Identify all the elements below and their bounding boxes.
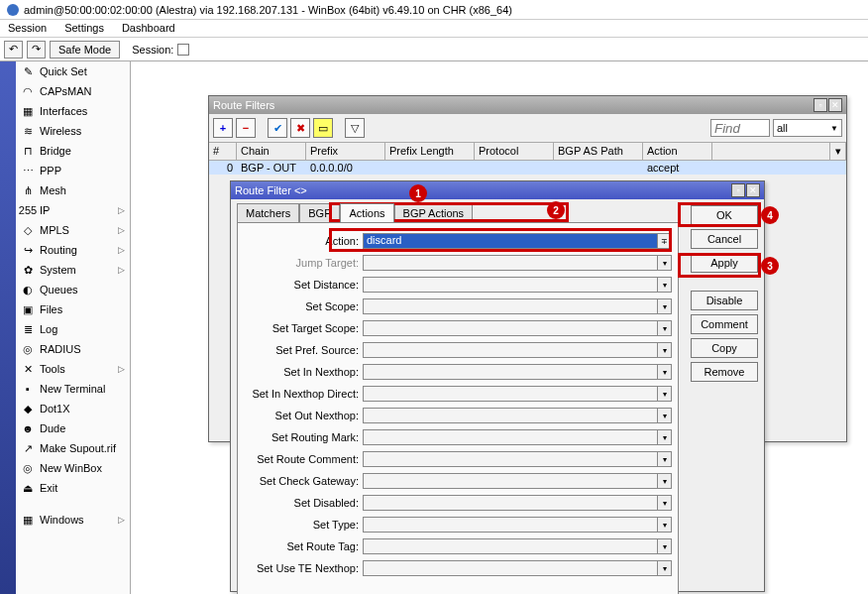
sidebar-item-new-winbox[interactable]: ◎New WinBox bbox=[16, 458, 130, 478]
chevron-down-icon[interactable]: ▾ bbox=[658, 386, 672, 402]
chevron-down-icon[interactable]: ▾ bbox=[658, 495, 672, 511]
field-input[interactable] bbox=[363, 342, 658, 358]
chevron-down-icon[interactable]: ▾ bbox=[658, 473, 672, 489]
filter-combo[interactable]: all ▼ bbox=[773, 119, 842, 137]
field-input[interactable] bbox=[363, 364, 658, 380]
sidebar-item-ppp[interactable]: ⋯PPP bbox=[16, 161, 130, 180]
chevron-down-icon[interactable]: ▾ bbox=[658, 560, 672, 576]
field-input[interactable] bbox=[363, 429, 658, 445]
sidebar-item-exit[interactable]: ⏏Exit bbox=[16, 478, 130, 498]
copy-button[interactable]: Copy bbox=[691, 338, 758, 358]
sidebar-item-mesh[interactable]: ⋔Mesh bbox=[16, 180, 130, 200]
comment-button[interactable]: ▭ bbox=[313, 118, 333, 138]
field-label: Set Scope: bbox=[244, 300, 363, 312]
close-icon[interactable]: ✕ bbox=[746, 183, 760, 197]
sidebar-item-label: Windows bbox=[40, 514, 84, 526]
sidebar-item-dot1x[interactable]: ◆Dot1X bbox=[16, 399, 130, 418]
field-label: Jump Target: bbox=[244, 257, 363, 269]
field-label: Set Check Gateway: bbox=[244, 475, 363, 487]
close-icon[interactable]: ✕ bbox=[828, 98, 842, 112]
menu-dashboard[interactable]: Dashboard bbox=[120, 21, 177, 36]
sidebar-item-label: Dot1X bbox=[40, 403, 70, 415]
field-input[interactable] bbox=[363, 408, 658, 423]
chevron-down-icon[interactable]: ▾ bbox=[658, 364, 672, 380]
remove-button[interactable]: Remove bbox=[691, 362, 758, 382]
table-row[interactable]: 0 BGP - OUT 0.0.0.0/0 accept bbox=[209, 161, 846, 175]
sidebar-item-capsman[interactable]: ◠CAPsMAN bbox=[16, 81, 130, 101]
field-input[interactable] bbox=[363, 298, 658, 314]
comment-button[interactable]: Comment bbox=[691, 314, 758, 334]
session-indicator bbox=[177, 44, 189, 56]
tab-bgp-actions[interactable]: BGP Actions bbox=[394, 203, 474, 222]
sidebar-item-make-supout-rif[interactable]: ↗Make Supout.rif bbox=[16, 438, 130, 458]
route-filter-title-bar[interactable]: Route Filter <> ▫ ✕ bbox=[231, 181, 764, 199]
form-row: Set Route Tag:▾ bbox=[244, 536, 672, 556]
field-input[interactable] bbox=[363, 386, 658, 402]
chevron-down-icon[interactable]: ▾ bbox=[658, 538, 672, 554]
form-row: Set Distance:▾ bbox=[244, 275, 672, 295]
chevron-down-icon[interactable]: ▾ bbox=[658, 342, 672, 358]
sidebar-item-queues[interactable]: ◐Queues bbox=[16, 280, 130, 299]
cancel-button[interactable]: Cancel bbox=[691, 229, 758, 249]
sidebar-item-radius[interactable]: ◎RADIUS bbox=[16, 339, 130, 359]
chevron-down-icon[interactable]: ▾ bbox=[658, 451, 672, 467]
field-input[interactable] bbox=[363, 473, 658, 489]
ok-button[interactable]: OK bbox=[691, 205, 758, 225]
undo-button[interactable]: ↶ bbox=[4, 41, 23, 59]
disable-button[interactable]: ✖ bbox=[290, 118, 310, 138]
action-combo[interactable]: discard bbox=[363, 233, 658, 249]
sidebar-item-windows[interactable]: ▦Windows▷ bbox=[16, 510, 130, 530]
field-input[interactable] bbox=[363, 255, 658, 271]
chevron-down-icon[interactable]: ▾ bbox=[658, 277, 672, 293]
chevron-down-icon[interactable]: ∓ bbox=[658, 233, 672, 249]
disable-button[interactable]: Disable bbox=[691, 291, 758, 310]
minimize-icon[interactable]: ▫ bbox=[814, 98, 827, 112]
sidebar-item-label: Files bbox=[40, 303, 62, 315]
field-input[interactable] bbox=[363, 451, 658, 467]
sidebar-item-interfaces[interactable]: ▦Interfaces bbox=[16, 101, 130, 121]
sidebar-item-mpls[interactable]: ◇MPLS▷ bbox=[16, 220, 130, 240]
sidebar-item-dude[interactable]: ☻Dude bbox=[16, 418, 130, 438]
chevron-down-icon[interactable]: ▾ bbox=[658, 429, 672, 445]
chevron-down-icon[interactable]: ▾ bbox=[658, 320, 672, 336]
chevron-down-icon[interactable]: ▾ bbox=[658, 517, 672, 533]
sidebar-item-log[interactable]: ≣Log bbox=[16, 319, 130, 339]
sidebar-item-tools[interactable]: ✕Tools▷ bbox=[16, 359, 130, 379]
field-input[interactable] bbox=[363, 517, 658, 533]
sidebar-item-bridge[interactable]: ⊓Bridge bbox=[16, 141, 130, 161]
chevron-down-icon[interactable]: ▾ bbox=[658, 255, 672, 271]
apply-button[interactable]: Apply bbox=[691, 253, 758, 273]
field-input[interactable] bbox=[363, 277, 658, 293]
menu-session[interactable]: Session bbox=[6, 21, 49, 36]
sidebar-item-ip[interactable]: 255IP▷ bbox=[16, 200, 130, 220]
chevron-down-icon[interactable]: ▾ bbox=[658, 408, 672, 423]
field-input[interactable] bbox=[363, 495, 658, 511]
field-input[interactable] bbox=[363, 560, 658, 576]
tab-matchers[interactable]: Matchers bbox=[237, 203, 299, 222]
chevron-down-icon[interactable]: ▾ bbox=[658, 298, 672, 314]
tab-bgp[interactable]: BGP bbox=[299, 203, 340, 222]
sidebar-item-system[interactable]: ✿System▷ bbox=[16, 260, 130, 280]
safe-mode-button[interactable]: Safe Mode bbox=[50, 41, 120, 59]
form-row: Set Scope:▾ bbox=[244, 297, 672, 316]
find-input[interactable] bbox=[710, 119, 770, 137]
sidebar-item-quick-set[interactable]: ✎Quick Set bbox=[16, 61, 130, 81]
field-input[interactable] bbox=[363, 538, 658, 554]
sidebar-item-label: Exit bbox=[40, 482, 57, 494]
sidebar-item-wireless[interactable]: ≋Wireless bbox=[16, 121, 130, 141]
sidebar-item-new-terminal[interactable]: ▪New Terminal bbox=[16, 379, 130, 399]
sidebar-item-label: New Terminal bbox=[40, 383, 105, 395]
enable-button[interactable]: ✔ bbox=[268, 118, 287, 138]
route-filters-title-bar[interactable]: Route Filters ▫ ✕ bbox=[209, 96, 846, 114]
redo-button[interactable]: ↷ bbox=[27, 41, 46, 59]
minimize-icon[interactable]: ▫ bbox=[731, 183, 745, 197]
sidebar-item-routing[interactable]: ↪Routing▷ bbox=[16, 240, 130, 260]
column-menu-icon[interactable]: ▾ bbox=[830, 143, 846, 160]
remove-button[interactable]: − bbox=[236, 118, 256, 138]
sidebar-item-files[interactable]: ▣Files bbox=[16, 299, 130, 319]
add-button[interactable]: + bbox=[213, 118, 233, 138]
field-input[interactable] bbox=[363, 320, 658, 336]
filter-button[interactable]: ▽ bbox=[345, 118, 365, 138]
tab-actions[interactable]: Actions bbox=[340, 203, 393, 222]
menu-settings[interactable]: Settings bbox=[62, 21, 106, 36]
